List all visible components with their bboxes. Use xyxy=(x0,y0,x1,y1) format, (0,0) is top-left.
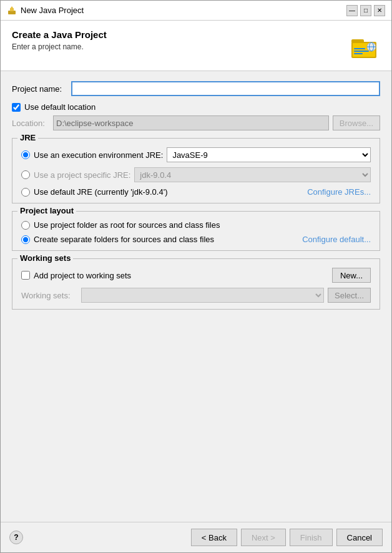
title-bar: New Java Project — □ ✕ xyxy=(1,1,391,21)
svg-marker-2 xyxy=(10,6,14,9)
use-default-location-row: Use default location xyxy=(12,102,380,112)
project-layout-title: Project layout xyxy=(17,206,76,215)
footer: ? < Back Next > Finish Cancel xyxy=(1,522,391,552)
dialog-title: Create a Java Project xyxy=(12,29,107,40)
jre-option2-row: Use a project specific JRE: jdk-9.0.4 xyxy=(21,167,371,182)
minimize-button[interactable]: — xyxy=(346,5,358,16)
jre-option2-radio[interactable] xyxy=(21,170,30,179)
working-sets-select xyxy=(81,288,324,303)
help-button[interactable]: ? xyxy=(9,531,23,544)
location-row: Location: Browse... xyxy=(12,115,380,130)
project-name-label: Project name: xyxy=(12,84,71,94)
jre-option1-row: Use an execution environment JRE: JavaSE… xyxy=(21,147,371,162)
project-name-input[interactable] xyxy=(71,81,380,96)
add-to-working-sets-row: Add project to working sets New... xyxy=(21,268,371,283)
close-button[interactable]: ✕ xyxy=(374,5,385,16)
cancel-button[interactable]: Cancel xyxy=(336,529,383,546)
location-input xyxy=(53,115,329,130)
working-sets-input-row: Working sets: Select... xyxy=(21,288,371,303)
footer-buttons: < Back Next > Finish Cancel xyxy=(191,529,383,546)
location-label: Location: xyxy=(12,119,49,128)
use-default-location-checkbox[interactable] xyxy=(12,103,21,112)
configure-jres-link[interactable]: Configure JREs... xyxy=(307,187,371,197)
add-to-working-sets-checkbox[interactable] xyxy=(21,271,30,280)
jre-option3-left: Use default JRE (currently 'jdk-9.0.4') xyxy=(21,187,168,197)
configure-default-link[interactable]: Configure default... xyxy=(302,235,371,244)
jre-option3-row: Use default JRE (currently 'jdk-9.0.4') … xyxy=(21,187,371,197)
header-icon xyxy=(348,29,380,62)
svg-rect-7 xyxy=(354,51,369,52)
svg-rect-8 xyxy=(354,53,363,54)
project-layout-section: Project layout Use project folder as roo… xyxy=(12,211,380,251)
layout-option1-radio[interactable] xyxy=(21,221,30,230)
select-working-sets-button: Select... xyxy=(328,288,371,303)
jre-option3-radio[interactable] xyxy=(21,188,30,197)
use-default-location-label: Use default location xyxy=(24,102,96,112)
title-bar-left: New Java Project xyxy=(7,6,84,16)
jre-environment-select[interactable]: JavaSE-9 xyxy=(167,147,371,162)
working-sets-left: Add project to working sets xyxy=(21,271,131,280)
maximize-button[interactable]: □ xyxy=(360,5,371,16)
main-content: Project name: Use default location Locat… xyxy=(1,71,391,522)
browse-button: Browse... xyxy=(333,115,380,130)
back-button[interactable]: < Back xyxy=(191,529,237,546)
svg-rect-4 xyxy=(351,39,364,43)
working-sets-title: Working sets xyxy=(17,253,73,263)
jre-section-title: JRE xyxy=(17,133,38,142)
jre-section: JRE Use an execution environment JRE: Ja… xyxy=(12,138,380,203)
working-sets-label: Working sets: xyxy=(21,291,77,300)
title-bar-controls: — □ ✕ xyxy=(346,5,385,16)
svg-rect-6 xyxy=(354,48,365,49)
dialog-subtitle: Enter a project name. xyxy=(12,42,107,51)
project-name-row: Project name: xyxy=(12,81,380,96)
layout-option2-left: Create separate folders for sources and … xyxy=(21,235,214,244)
window-title: New Java Project xyxy=(21,6,84,15)
main-window: New Java Project — □ ✕ Create a Java Pro… xyxy=(0,0,392,553)
jre-option2-label: Use a project specific JRE: xyxy=(34,170,130,180)
jre-option1-label: Use an execution environment JRE: xyxy=(34,150,163,160)
layout-option2-radio[interactable] xyxy=(21,235,30,244)
next-button[interactable]: Next > xyxy=(241,529,286,546)
jre-option1-radio[interactable] xyxy=(21,150,30,159)
header-section: Create a Java Project Enter a project na… xyxy=(1,21,391,71)
jre-option3-label: Use default JRE (currently 'jdk-9.0.4') xyxy=(34,187,168,197)
add-to-working-sets-label: Add project to working sets xyxy=(34,271,131,280)
finish-button: Finish xyxy=(290,529,333,546)
java-project-icon xyxy=(349,31,379,61)
new-working-set-button[interactable]: New... xyxy=(332,268,371,283)
window-icon xyxy=(7,6,17,16)
jre-specific-select: jdk-9.0.4 xyxy=(134,167,371,182)
working-sets-section: Working sets Add project to working sets… xyxy=(12,258,380,310)
layout-option1-row: Use project folder as root for sources a… xyxy=(21,220,371,230)
layout-option2-row: Create separate folders for sources and … xyxy=(21,235,371,244)
layout-option1-label: Use project folder as root for sources a… xyxy=(34,220,220,230)
header-text: Create a Java Project Enter a project na… xyxy=(12,29,107,51)
layout-option2-label: Create separate folders for sources and … xyxy=(34,235,214,244)
